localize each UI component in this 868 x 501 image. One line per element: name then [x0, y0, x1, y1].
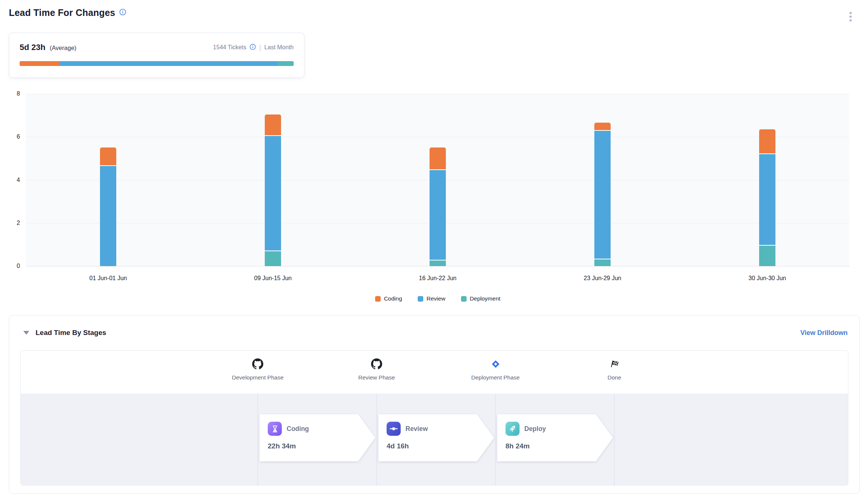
stage-card-coding[interactable]: Coding22h 34m	[260, 414, 375, 461]
view-drilldown-link[interactable]: View Drilldown	[800, 329, 848, 337]
y-axis-tick-label: 8	[2, 90, 20, 98]
y-axis-tick-label: 2	[2, 219, 20, 227]
git-commit-icon	[387, 422, 401, 436]
x-axis-category-label: 30 Jun-30 Jun	[725, 275, 810, 282]
phase-review-phase: Review Phase	[336, 358, 417, 381]
period-label: Last Month	[264, 44, 294, 51]
github-icon	[217, 358, 298, 370]
x-axis-category-label: 09 Jun-15 Jun	[230, 275, 316, 282]
summary-progress-bar	[20, 61, 294, 66]
legend-swatch-icon	[375, 296, 381, 302]
column-divider	[495, 394, 496, 486]
collapse-caret-icon[interactable]	[23, 331, 29, 335]
stage-card-deploy[interactable]: Deploy8h 24m	[497, 414, 613, 461]
average-lead-time-card: 5d 23h (Average) 1544 Tickets | Last Mon…	[9, 33, 304, 78]
progress-segment-review	[60, 61, 278, 66]
stage-card-arrow: Deploy8h 24m	[497, 414, 613, 461]
legend-item-review[interactable]: Review	[418, 295, 445, 302]
bar-segment-review-1[interactable]	[265, 136, 281, 251]
bar-segment-review-2[interactable]	[430, 170, 446, 261]
stage-card-duration: 22h 34m	[268, 442, 367, 450]
bar-segment-coding-0[interactable]	[100, 147, 116, 166]
stage-card-arrow: Review4d 16h	[378, 414, 494, 461]
kebab-menu-icon[interactable]	[848, 10, 853, 23]
legend-swatch-icon	[418, 296, 423, 302]
chart-legend: CodingReviewDeployment	[26, 295, 849, 302]
progress-segment-deployment	[277, 61, 294, 66]
phase-label: Review Phase	[336, 374, 417, 381]
column-divider	[614, 394, 615, 486]
lead-time-by-stages-panel: Lead Time By Stages View Drilldown Devel…	[9, 315, 860, 494]
bar-segment-coding-1[interactable]	[265, 115, 281, 136]
legend-label: Deployment	[470, 295, 501, 302]
info-icon[interactable]	[250, 44, 256, 52]
bar-segment-deployment-1[interactable]	[265, 251, 281, 266]
bar-segment-review-0[interactable]	[100, 166, 116, 266]
bar-segment-deployment-2[interactable]	[430, 261, 446, 266]
phase-deployment-phase: Deployment Phase	[455, 358, 536, 381]
legend-swatch-icon	[461, 296, 467, 302]
x-axis-category-label: 16 Jun-22 Jun	[395, 275, 480, 282]
legend-item-deployment[interactable]: Deployment	[461, 295, 501, 302]
stages-title: Lead Time By Stages	[36, 329, 106, 337]
phase-done: Done	[574, 358, 655, 381]
stages-header: Lead Time By Stages View Drilldown	[23, 329, 848, 337]
bar-segment-deployment-4[interactable]	[759, 246, 775, 266]
x-axis-category-label: 23 Jun-29 Jun	[560, 275, 645, 282]
phase-label: Done	[574, 374, 655, 381]
progress-segment-coding	[20, 61, 60, 66]
y-axis-tick-label: 0	[2, 262, 20, 270]
checkered-flag-icon	[574, 358, 655, 370]
stage-card-duration: 4d 16h	[387, 442, 486, 450]
lead-time-for-changes-page: Lead Time For Changes 5d 23h (Average) 1…	[0, 0, 868, 501]
bar-segment-coding-2[interactable]	[430, 147, 446, 170]
stage-card-arrow: Coding22h 34m	[260, 414, 375, 461]
phase-development-phase: Development Phase	[217, 358, 298, 381]
stage-card-title: Deploy	[524, 425, 546, 433]
y-axis-tick-label: 4	[2, 176, 20, 184]
bar-segment-review-4[interactable]	[759, 154, 775, 246]
phase-label: Deployment Phase	[455, 374, 536, 381]
stage-card-title: Coding	[287, 425, 309, 433]
bar-segment-coding-4[interactable]	[759, 129, 775, 154]
bar-segment-coding-3[interactable]	[594, 123, 611, 131]
page-header: Lead Time For Changes	[9, 7, 126, 18]
gridline-y-0	[26, 266, 849, 266]
stage-card-duration: 8h 24m	[505, 442, 605, 450]
x-axis-category-label: 01 Jun-01 Jun	[66, 275, 151, 282]
legend-item-coding[interactable]: Coding	[375, 295, 402, 302]
info-icon[interactable]	[119, 9, 126, 17]
average-group: 5d 23h (Average)	[20, 43, 76, 52]
hourglass-icon	[268, 422, 282, 436]
legend-label: Review	[427, 295, 445, 302]
gridline-y-8	[26, 94, 849, 94]
stage-card-title: Review	[405, 425, 428, 433]
github-icon	[336, 358, 417, 370]
separator: |	[259, 44, 261, 52]
stages-body: Coding22h 34mReview4d 16hDeploy8h 24m	[21, 394, 848, 486]
stage-card-review[interactable]: Review4d 16h	[378, 414, 494, 461]
diamond-icon	[455, 358, 536, 370]
gridline-y-6	[26, 137, 849, 137]
column-divider	[257, 394, 258, 486]
page-title: Lead Time For Changes	[9, 7, 115, 18]
phase-label: Development Phase	[217, 374, 298, 381]
column-divider	[376, 394, 377, 486]
y-axis-tick-label: 6	[2, 133, 20, 141]
stages-table: Development PhaseReview PhaseDeployment …	[20, 350, 848, 486]
bar-segment-review-3[interactable]	[594, 131, 611, 259]
legend-label: Coding	[384, 295, 402, 302]
average-label: (Average)	[50, 44, 76, 51]
average-value: 5d 23h	[20, 43, 46, 52]
bar-segment-deployment-3[interactable]	[594, 259, 611, 266]
tickets-count: 1544 Tickets	[213, 44, 246, 51]
rocket-icon	[505, 422, 520, 436]
